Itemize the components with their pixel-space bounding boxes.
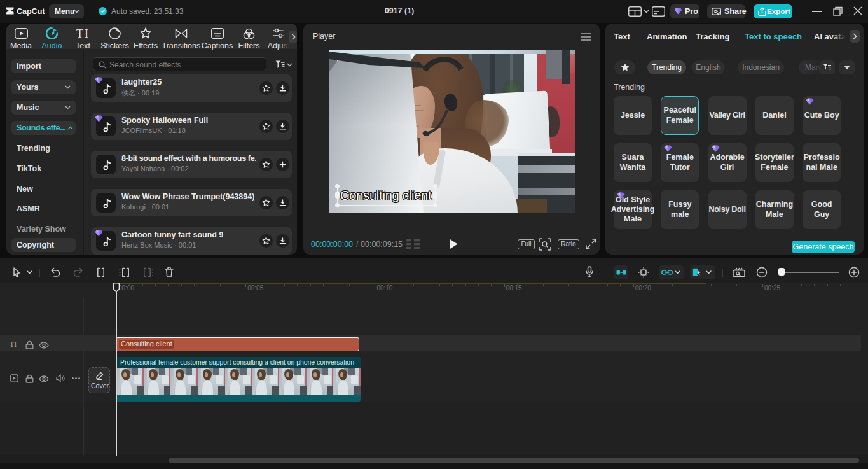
- svg-text:I: I: [85, 28, 88, 39]
- svg-text:T: T: [76, 28, 83, 39]
